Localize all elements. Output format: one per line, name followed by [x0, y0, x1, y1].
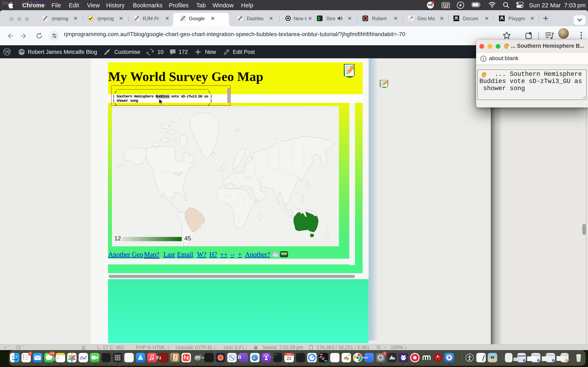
svg-text:IJ: IJ [321, 357, 324, 360]
